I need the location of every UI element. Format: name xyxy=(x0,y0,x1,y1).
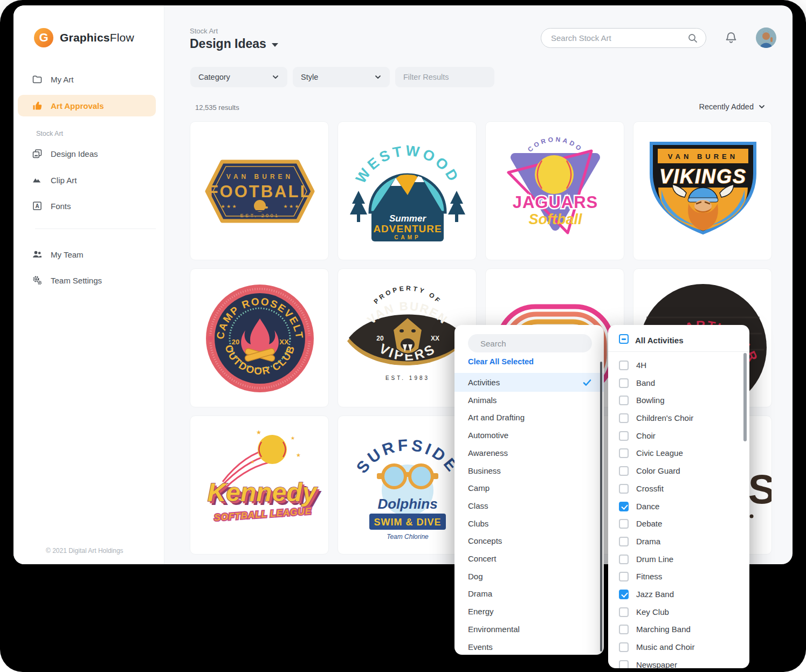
activity-option[interactable]: Bowling xyxy=(608,391,749,409)
sort-dropdown[interactable]: Recently Added xyxy=(677,102,766,111)
category-option[interactable]: Environmental xyxy=(454,620,604,638)
category-search-input[interactable] xyxy=(479,338,589,349)
brand-logo-icon: G xyxy=(34,28,53,47)
activity-option-dance[interactable]: Dance xyxy=(608,497,749,515)
category-option[interactable]: Energy xyxy=(454,602,604,620)
category-option[interactable]: Drama xyxy=(454,585,604,602)
checkbox[interactable] xyxy=(619,466,629,476)
style-filter-dropdown[interactable]: Style xyxy=(293,67,390,87)
activity-option[interactable]: Children's Choir xyxy=(608,409,749,427)
user-avatar[interactable] xyxy=(756,27,776,48)
design-card-van-buren-vikings[interactable]: VAN BUREN VIKINGS xyxy=(633,121,772,260)
clear-all-selected-link[interactable]: Clear All Selected xyxy=(468,357,534,366)
category-option[interactable]: Clubs xyxy=(454,515,604,532)
category-option[interactable]: Dog xyxy=(454,567,604,585)
activities-checklist-panel: All Activities 4H Band Bowling Children'… xyxy=(608,325,749,668)
checkbox[interactable] xyxy=(619,642,629,652)
activity-option[interactable]: Civic League xyxy=(608,444,749,462)
svg-text:★: ★ xyxy=(291,435,295,441)
brand-logo[interactable]: G GraphicsFlow xyxy=(34,28,134,47)
design-card-westwood-camp[interactable]: WESTWOOD xyxy=(337,121,477,260)
activity-option[interactable]: Debate xyxy=(608,515,749,532)
activity-option-jazz-band[interactable]: Jazz Band xyxy=(608,585,749,603)
activity-option[interactable]: Color Guard xyxy=(608,462,749,480)
checkbox[interactable] xyxy=(619,361,629,370)
activity-option[interactable]: Drum Line xyxy=(608,550,749,568)
sidebar-item-art-approvals[interactable]: Art Approvals xyxy=(18,95,156,116)
category-option[interactable]: Class xyxy=(454,497,604,515)
checkbox[interactable] xyxy=(619,431,629,441)
activity-option[interactable]: Key Club xyxy=(608,603,749,621)
category-option[interactable]: Animals xyxy=(454,391,604,409)
design-card-camp-roosevelt[interactable]: CAMP ROOSEVELT OUTDOOR CLUB 20 XX xyxy=(190,268,329,407)
svg-text:Summer: Summer xyxy=(389,213,426,224)
search-input[interactable] xyxy=(550,33,687,43)
checkbox[interactable] xyxy=(619,448,629,458)
activity-option[interactable]: 4H xyxy=(608,356,749,374)
filter-results-field xyxy=(395,67,494,87)
checkmark-icon xyxy=(582,378,592,387)
design-card-van-buren-football[interactable]: VAN BUREN FOOTBALL ★ ★ ★ ★ ★ ★ EST. 2001 xyxy=(190,121,329,260)
checkbox[interactable] xyxy=(619,607,629,617)
checkbox[interactable] xyxy=(619,555,629,564)
screenshot-stage: G GraphicsFlow My Art Art Approvals Stoc… xyxy=(0,0,806,672)
sidebar-section-stock-art: Stock Art xyxy=(36,130,63,137)
checkbox[interactable] xyxy=(619,378,629,388)
checkbox[interactable] xyxy=(619,484,629,494)
category-option[interactable]: Events xyxy=(454,638,604,655)
activity-option[interactable]: Crossfit xyxy=(608,480,749,497)
category-option[interactable]: Business xyxy=(454,462,604,480)
category-option[interactable]: Awareness xyxy=(454,444,604,462)
category-option[interactable]: Concert xyxy=(454,550,604,567)
category-option[interactable]: Camp xyxy=(454,479,604,497)
breadcrumb: Stock Art xyxy=(190,27,218,35)
checkbox[interactable] xyxy=(619,625,629,634)
activity-option[interactable]: Choir xyxy=(608,427,749,445)
avatar-image xyxy=(756,27,776,48)
checkbox[interactable] xyxy=(619,590,629,599)
category-option-activities[interactable]: Activities xyxy=(454,373,604,392)
svg-text:CORONADO: CORONADO xyxy=(526,135,584,153)
activity-option[interactable]: Band xyxy=(608,374,749,392)
sidebar-item-my-team[interactable]: My Team xyxy=(18,244,156,265)
category-panel-scrollbar[interactable] xyxy=(600,362,602,652)
checkbox[interactable] xyxy=(619,519,629,529)
activity-option[interactable]: Fitness xyxy=(608,567,749,585)
sidebar-item-clip-art[interactable]: Clip Art xyxy=(18,169,156,191)
svg-text:VAN BUREN: VAN BUREN xyxy=(668,153,738,161)
category-option[interactable]: Art and Drafting xyxy=(454,408,604,426)
design-card-kennedy-softball[interactable]: ★ ★ ★ ★ Kennedy Kennedy Kennedy SOFTBALL… xyxy=(190,415,329,555)
checkbox[interactable] xyxy=(619,396,629,405)
activity-option[interactable]: Music and Choir xyxy=(608,638,749,656)
checkbox[interactable] xyxy=(619,660,629,669)
checkbox[interactable] xyxy=(619,502,629,511)
sidebar-item-my-art[interactable]: My Art xyxy=(18,68,156,90)
design-card-coronado-jaguars[interactable]: CORONADO JAGUARS Softball xyxy=(485,121,624,260)
westwood-camp-art: WESTWOOD xyxy=(338,122,477,260)
all-activities-checkbox[interactable] xyxy=(619,334,629,344)
football-badge-art: VAN BUREN FOOTBALL ★ ★ ★ ★ ★ ★ EST. 2001 xyxy=(190,122,329,260)
filter-results-input[interactable] xyxy=(402,72,505,82)
checkbox[interactable] xyxy=(619,572,629,581)
notifications-bell-icon[interactable] xyxy=(724,31,738,45)
activities-panel-scrollbar[interactable] xyxy=(743,353,747,441)
category-option[interactable]: Automotive xyxy=(454,426,604,444)
checkbox[interactable] xyxy=(619,413,629,423)
sidebar-item-fonts[interactable]: A Fonts xyxy=(18,195,156,217)
sidebar-item-design-ideas[interactable]: Design Ideas xyxy=(18,143,156,164)
activity-option[interactable]: Newspaper xyxy=(608,656,749,668)
chevron-down-icon xyxy=(374,73,382,81)
page-title-dropdown[interactable]: Design Ideas xyxy=(190,37,278,51)
category-filter-label: Category xyxy=(198,73,230,81)
svg-text:20: 20 xyxy=(376,335,384,342)
activity-option[interactable]: Drama xyxy=(608,532,749,550)
sidebar-item-team-settings[interactable]: Team Settings xyxy=(18,269,156,291)
checkbox[interactable] xyxy=(619,537,629,546)
svg-text:Kennedy: Kennedy xyxy=(208,478,318,507)
svg-text:XX: XX xyxy=(279,338,289,346)
svg-text:EST. 2001: EST. 2001 xyxy=(240,213,279,218)
activity-option[interactable]: Marching Band xyxy=(608,620,749,638)
category-filter-dropdown[interactable]: Category xyxy=(190,67,287,87)
sidebar-item-label: My Team xyxy=(51,250,84,259)
category-option[interactable]: Concepts xyxy=(454,532,604,550)
